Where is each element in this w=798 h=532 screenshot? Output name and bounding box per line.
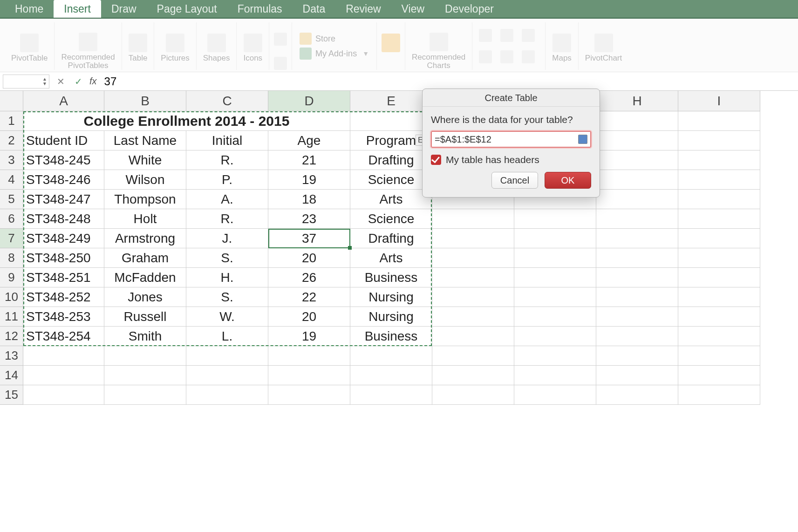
cell-c11[interactable]: W.: [186, 307, 268, 327]
cell-h6[interactable]: [596, 209, 678, 229]
cell-a9[interactable]: ST348-251: [23, 268, 104, 287]
cell-a14[interactable]: [23, 366, 104, 385]
ribbon-recommended-charts-button[interactable]: Recommended Charts: [405, 22, 472, 70]
ribbon-table-button[interactable]: Table: [122, 22, 155, 70]
cell-h12[interactable]: [596, 327, 678, 346]
cell-i12[interactable]: [678, 327, 760, 346]
cell-b11[interactable]: Russell: [104, 307, 186, 327]
cell-c8[interactable]: S.: [186, 248, 268, 268]
cell-b5[interactable]: Thompson: [104, 190, 186, 209]
ribbon-store-button[interactable]: Store: [300, 33, 369, 45]
row-header-9[interactable]: 9: [0, 268, 23, 287]
scatter-chart-icon[interactable]: [522, 50, 535, 63]
cell-d7[interactable]: 37: [268, 229, 350, 248]
range-picker-icon[interactable]: [578, 135, 587, 144]
bar-chart-icon[interactable]: [522, 29, 535, 42]
cell-h15[interactable]: [596, 385, 678, 405]
cell-c15[interactable]: [186, 385, 268, 405]
cell-h9[interactable]: [596, 268, 678, 287]
cell-e5[interactable]: Arts: [350, 190, 432, 209]
cell-g11[interactable]: [514, 307, 596, 327]
cells-area[interactable]: College Enrollment 2014 - 2015 Student I…: [23, 111, 760, 405]
cell-c6[interactable]: R.: [186, 209, 268, 229]
cell-c3[interactable]: R.: [186, 150, 268, 170]
cell-g6[interactable]: [514, 209, 596, 229]
cell-i2[interactable]: [678, 131, 760, 150]
cell-h4[interactable]: [596, 170, 678, 190]
ribbon-maps-button[interactable]: Maps: [546, 22, 579, 70]
cell-i1[interactable]: [678, 111, 760, 131]
cell-e10[interactable]: Nursing: [350, 287, 432, 307]
cell-g13[interactable]: [514, 346, 596, 366]
cell-b15[interactable]: [104, 385, 186, 405]
cell-i9[interactable]: [678, 268, 760, 287]
cell-a7[interactable]: ST348-249: [23, 229, 104, 248]
cell-i8[interactable]: [678, 248, 760, 268]
cell-d9[interactable]: 26: [268, 268, 350, 287]
cell-a15[interactable]: [23, 385, 104, 405]
smartart-icon[interactable]: [274, 33, 287, 46]
cell-h13[interactable]: [596, 346, 678, 366]
ribbon-shapes-button[interactable]: Shapes: [197, 22, 237, 70]
cell-d2[interactable]: Age: [268, 131, 350, 150]
cell-i6[interactable]: [678, 209, 760, 229]
cell-a6[interactable]: ST348-248: [23, 209, 104, 229]
dialog-range-input[interactable]: =$A$1:$E$12: [431, 131, 591, 148]
cell-c12[interactable]: L.: [186, 327, 268, 346]
name-box[interactable]: ▲▼: [3, 75, 49, 89]
col-header-b[interactable]: B: [104, 91, 186, 111]
cell-h14[interactable]: [596, 366, 678, 385]
tab-insert[interactable]: Insert: [54, 0, 101, 18]
tab-page-layout[interactable]: Page Layout: [147, 0, 227, 18]
cell-d15[interactable]: [268, 385, 350, 405]
select-all-corner[interactable]: [0, 91, 23, 111]
name-box-stepper-icon[interactable]: ▲▼: [42, 77, 47, 86]
cell-f7[interactable]: [432, 229, 514, 248]
cell-e4[interactable]: Science: [350, 170, 432, 190]
cell-d5[interactable]: 18: [268, 190, 350, 209]
cell-d14[interactable]: [268, 366, 350, 385]
cell-d12[interactable]: 19: [268, 327, 350, 346]
cell-c10[interactable]: S.: [186, 287, 268, 307]
cell-d13[interactable]: [268, 346, 350, 366]
cell-h11[interactable]: [596, 307, 678, 327]
cell-i11[interactable]: [678, 307, 760, 327]
cell-e6[interactable]: Science: [350, 209, 432, 229]
row-header-5[interactable]: 5: [0, 190, 23, 209]
ribbon-myaddins-button[interactable]: My Add-ins▼: [300, 48, 369, 60]
ribbon-recommended-pivot-button[interactable]: Recommended PivotTables: [55, 22, 122, 70]
row-header-13[interactable]: 13: [0, 346, 23, 366]
cell-i14[interactable]: [678, 366, 760, 385]
tab-formulas[interactable]: Formulas: [227, 0, 293, 18]
tab-review[interactable]: Review: [335, 0, 391, 18]
cell-h8[interactable]: [596, 248, 678, 268]
cell-c14[interactable]: [186, 366, 268, 385]
cell-a10[interactable]: ST348-252: [23, 287, 104, 307]
cell-c5[interactable]: A.: [186, 190, 268, 209]
cell-b10[interactable]: Jones: [104, 287, 186, 307]
row-header-14[interactable]: 14: [0, 366, 23, 385]
ribbon-pictures-button[interactable]: Pictures: [154, 22, 196, 70]
ribbon-pivottable-button[interactable]: PivotTable: [5, 22, 55, 70]
col-header-e[interactable]: E: [350, 91, 432, 111]
cell-a4[interactable]: ST348-246: [23, 170, 104, 190]
cell-c13[interactable]: [186, 346, 268, 366]
tab-data[interactable]: Data: [293, 0, 336, 18]
cell-c9[interactable]: H.: [186, 268, 268, 287]
row-header-4[interactable]: 4: [0, 170, 23, 190]
cell-d6[interactable]: 23: [268, 209, 350, 229]
ribbon-icons-button[interactable]: Icons: [237, 22, 269, 70]
formula-input[interactable]: [102, 75, 795, 89]
cell-b2[interactable]: Last Name: [104, 131, 186, 150]
cell-g14[interactable]: [514, 366, 596, 385]
ribbon-pivotchart-button[interactable]: PivotChart: [579, 22, 628, 70]
cell-a11[interactable]: ST348-253: [23, 307, 104, 327]
cell-c7[interactable]: J.: [186, 229, 268, 248]
cell-f14[interactable]: [432, 366, 514, 385]
dialog-cancel-button[interactable]: Cancel: [491, 172, 538, 189]
cell-a13[interactable]: [23, 346, 104, 366]
col-header-a[interactable]: A: [23, 91, 104, 111]
fx-label[interactable]: fx: [89, 76, 97, 87]
column-chart-icon[interactable]: [479, 29, 492, 42]
col-header-h[interactable]: H: [596, 91, 678, 111]
